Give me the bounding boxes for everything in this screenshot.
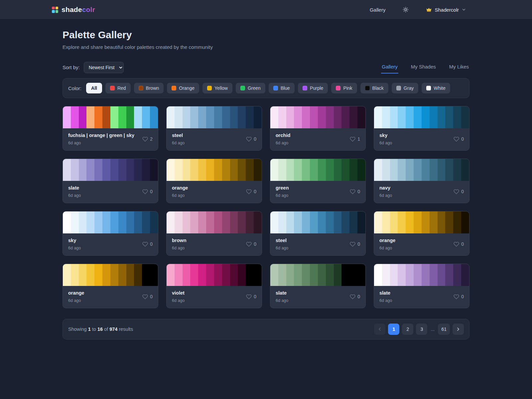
palette-card[interactable]: sky6d ago0 xyxy=(63,211,158,256)
palette-card-info: steel6d ago0 xyxy=(167,128,262,150)
palette-swatch xyxy=(438,159,446,181)
palette-swatch xyxy=(349,106,357,128)
filter-white[interactable]: White xyxy=(422,83,450,93)
like-button[interactable]: 0 xyxy=(454,241,464,247)
like-button[interactable]: 2 xyxy=(142,136,153,142)
palette-swatch xyxy=(414,264,422,286)
palette-swatch xyxy=(406,264,414,286)
palette-timestamp: 6d ago xyxy=(172,246,187,250)
page-title: Palette Gallery xyxy=(63,29,469,41)
like-count: 0 xyxy=(150,294,153,299)
palette-card[interactable]: green6d ago0 xyxy=(270,159,366,203)
palette-name: orange xyxy=(68,290,84,296)
like-button[interactable]: 0 xyxy=(246,136,256,142)
palette-swatch xyxy=(79,159,87,181)
palette-swatch xyxy=(118,211,126,233)
palette-swatch xyxy=(414,159,422,181)
palette-swatch xyxy=(414,106,422,128)
palette-timestamp: 6d ago xyxy=(68,193,81,198)
heart-icon xyxy=(350,294,355,300)
palette-name: sky xyxy=(68,238,81,243)
palette-swatch xyxy=(230,264,238,286)
heart-icon xyxy=(454,294,459,300)
palette-swatch xyxy=(222,264,230,286)
palette-swatch xyxy=(453,211,461,233)
filter-yellow[interactable]: Yellow xyxy=(202,83,232,93)
palette-card[interactable]: brown6d ago0 xyxy=(166,211,262,256)
like-button[interactable]: 0 xyxy=(142,241,153,247)
palette-swatch xyxy=(71,106,79,128)
page-3-button[interactable]: 3 xyxy=(416,324,427,335)
palette-card[interactable]: steel6d ago0 xyxy=(270,211,366,256)
filter-red[interactable]: Red xyxy=(105,83,131,93)
palette-card[interactable]: slate6d ago0 xyxy=(270,264,366,308)
pagination-ellipsis: ... xyxy=(430,327,435,332)
palette-swatch xyxy=(318,159,326,181)
like-button[interactable]: 0 xyxy=(454,294,464,300)
like-button[interactable]: 0 xyxy=(454,136,464,142)
palette-card[interactable]: steel6d ago0 xyxy=(166,106,262,151)
palette-card-info: slate6d ago0 xyxy=(270,286,365,308)
filter-black[interactable]: Black xyxy=(360,83,388,93)
palette-swatch xyxy=(79,106,87,128)
palette-name: orange xyxy=(379,238,395,243)
like-button[interactable]: 0 xyxy=(350,241,360,247)
page-subtitle: Explore and share beautiful color palett… xyxy=(63,44,469,50)
pagination-prev-button[interactable] xyxy=(374,324,385,335)
palette-card[interactable]: orchid6d ago1 xyxy=(270,106,366,151)
like-button[interactable]: 0 xyxy=(246,189,256,195)
filter-pink[interactable]: Pink xyxy=(331,83,357,93)
theme-toggle-button[interactable] xyxy=(403,7,409,13)
palette-card-info: orange6d ago0 xyxy=(63,286,158,308)
nav-gallery-link[interactable]: Gallery xyxy=(370,7,386,13)
like-button[interactable]: 0 xyxy=(142,189,153,195)
filter-gray[interactable]: Gray xyxy=(392,83,418,93)
filter-purple[interactable]: Purple xyxy=(298,83,328,93)
tab-my-likes[interactable]: My Likes xyxy=(449,61,469,73)
palette-card[interactable]: slate6d ago0 xyxy=(63,159,158,203)
tab-gallery[interactable]: Gallery xyxy=(381,61,398,73)
filter-blue[interactable]: Blue xyxy=(269,83,295,93)
palette-swatch xyxy=(214,211,222,233)
filter-brown[interactable]: Brown xyxy=(134,83,164,93)
palette-card[interactable]: orange6d ago0 xyxy=(63,264,158,308)
page-61-button[interactable]: 61 xyxy=(438,324,450,335)
palette-card[interactable]: violet6d ago0 xyxy=(166,264,262,308)
filter-green[interactable]: Green xyxy=(236,83,265,93)
like-button[interactable]: 0 xyxy=(246,241,256,247)
palette-swatch xyxy=(102,106,110,128)
palette-swatch xyxy=(422,106,430,128)
palette-strip xyxy=(167,211,262,233)
palette-swatch xyxy=(206,264,214,286)
like-button[interactable]: 0 xyxy=(142,294,153,300)
palette-swatch xyxy=(461,211,469,233)
pagination-next-button[interactable] xyxy=(453,324,464,335)
palette-card[interactable]: orange6d ago0 xyxy=(374,211,469,256)
palette-card[interactable]: navy6d ago0 xyxy=(374,159,469,203)
heart-icon xyxy=(142,241,148,247)
palette-swatch xyxy=(286,264,294,286)
palette-swatch xyxy=(214,159,222,181)
tab-my-shades[interactable]: My Shades xyxy=(410,61,437,73)
palette-card[interactable]: fuchsia | orange | green | sky6d ago2 xyxy=(63,106,158,151)
heart-icon xyxy=(246,189,252,195)
palette-swatch xyxy=(142,211,150,233)
sort-select[interactable]: Newest First xyxy=(84,62,124,73)
like-button[interactable]: 0 xyxy=(350,189,360,195)
palette-card[interactable]: slate6d ago0 xyxy=(374,264,469,308)
palette-card[interactable]: sky6d ago0 xyxy=(374,106,469,151)
filter-all[interactable]: All xyxy=(86,83,102,93)
like-button[interactable]: 0 xyxy=(454,189,464,195)
filter-orange[interactable]: Orange xyxy=(167,83,199,93)
pink-color-swatch-icon xyxy=(336,86,340,90)
like-button[interactable]: 0 xyxy=(350,294,360,300)
user-menu[interactable]: Shadercolr xyxy=(426,7,466,13)
page-1-button[interactable]: 1 xyxy=(388,324,399,335)
like-button[interactable]: 0 xyxy=(246,294,256,300)
page-2-button[interactable]: 2 xyxy=(402,324,413,335)
palette-card[interactable]: orange6d ago0 xyxy=(166,159,262,203)
palette-swatch xyxy=(150,159,158,181)
brand-logo[interactable]: shadecolr xyxy=(52,6,95,14)
like-button[interactable]: 1 xyxy=(350,136,360,142)
palette-swatch xyxy=(134,264,142,286)
